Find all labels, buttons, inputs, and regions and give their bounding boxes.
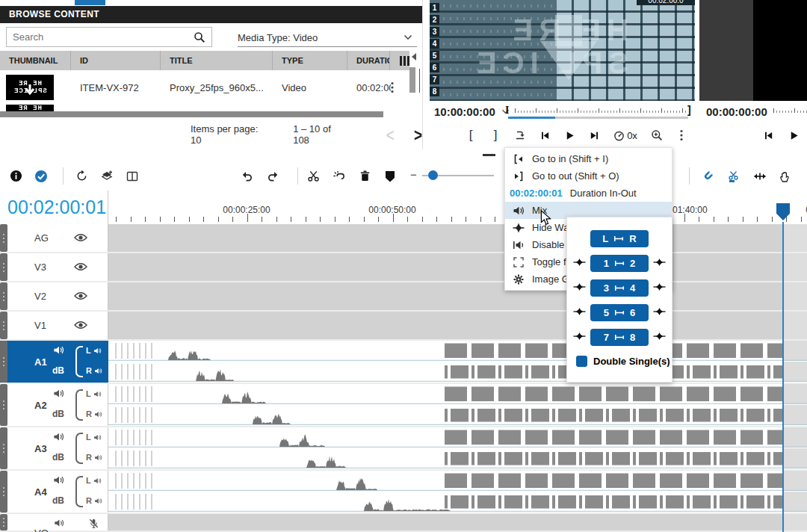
- speaker-icon[interactable]: [53, 474, 64, 486]
- reset-button[interactable]: [72, 161, 91, 191]
- scrub-in-marker[interactable]: I: [505, 105, 509, 117]
- column-header-type[interactable]: TYPE: [273, 51, 347, 70]
- column-header-id[interactable]: ID: [71, 51, 161, 70]
- mark-out-button[interactable]: ]: [486, 126, 505, 145]
- next-page-button[interactable]: >: [414, 126, 422, 143]
- track-lane[interactable]: [108, 427, 807, 469]
- track-lane[interactable]: [108, 253, 807, 281]
- track-header-a3[interactable]: A3dBLR: [0, 427, 108, 469]
- track-header-a2[interactable]: A2dBLR: [0, 384, 108, 426]
- eye-icon[interactable]: [74, 262, 87, 271]
- pair-button-3-4[interactable]: 34: [590, 279, 649, 297]
- splitter-handle[interactable]: [483, 154, 495, 156]
- db-button[interactable]: dB: [52, 365, 64, 376]
- timeline-ruler[interactable]: 00:02:00:01 00:00:25:0000:00:50:0000:01:…: [0, 191, 807, 224]
- track-header-a4[interactable]: A4dBLR: [0, 471, 108, 513]
- info-button[interactable]: [6, 161, 25, 191]
- split-view-button[interactable]: [123, 161, 142, 191]
- search-icon[interactable]: [194, 31, 205, 43]
- audio-lane-left[interactable]: [108, 384, 807, 404]
- track-drag-handle[interactable]: [0, 384, 7, 426]
- db-button[interactable]: dB: [52, 495, 64, 506]
- previous-frame-button[interactable]: [535, 126, 554, 145]
- delete-button[interactable]: [355, 161, 374, 191]
- track-drag-handle[interactable]: [0, 224, 7, 252]
- track-v2[interactable]: V2: [0, 282, 807, 310]
- source-video-viewport[interactable]: HE RE SPL ICE 12345678 00:02:00:0: [430, 0, 695, 101]
- channel-l-toggle[interactable]: L: [86, 389, 102, 398]
- channel-l-toggle[interactable]: L: [86, 476, 102, 485]
- channel-r-toggle[interactable]: R: [86, 453, 102, 462]
- vertical-scrollbar[interactable]: [409, 67, 415, 93]
- playback-speed-button[interactable]: 0x: [609, 126, 642, 145]
- double-singles-checkbox[interactable]: [576, 356, 587, 367]
- play-button[interactable]: [560, 126, 579, 145]
- track-drag-handle[interactable]: [0, 312, 7, 339]
- record-video-viewport[interactable]: [699, 0, 807, 101]
- next-frame-button[interactable]: [584, 126, 604, 145]
- speaker-icon[interactable]: [53, 344, 64, 356]
- track-a3[interactable]: A3dBLR: [0, 427, 807, 469]
- speaker-icon[interactable]: [54, 518, 64, 528]
- mark-in-button[interactable]: [: [461, 126, 480, 145]
- db-button[interactable]: dB: [52, 409, 64, 419]
- record-scrub-bar[interactable]: [773, 108, 807, 113]
- record-timecode[interactable]: 00:00:00:00: [706, 105, 767, 118]
- trim-tool-button[interactable]: [750, 161, 770, 191]
- snap-magnet-button[interactable]: [698, 161, 717, 191]
- send-to-timeline-button[interactable]: [510, 126, 530, 145]
- track-header-v1[interactable]: V1: [0, 312, 108, 339]
- track-header-v3[interactable]: V3: [0, 253, 108, 281]
- track-drag-handle[interactable]: [0, 471, 7, 513]
- track-v1[interactable]: V1: [0, 312, 807, 339]
- razor-tool-button[interactable]: [724, 161, 743, 191]
- channel-r-toggle[interactable]: R: [86, 496, 102, 505]
- media-type-dropdown[interactable]: Media Type: Video: [238, 28, 417, 47]
- track-lane[interactable]: [108, 341, 807, 383]
- prev-page-button[interactable]: <: [386, 126, 395, 143]
- track-lane[interactable]: [108, 471, 807, 513]
- audio-lane-right[interactable]: [108, 448, 807, 468]
- track-header-v2[interactable]: V2: [0, 282, 108, 310]
- menu-item-go-to-out[interactable]: Go to out (Shift + O): [505, 167, 672, 185]
- row-kebab-icon[interactable]: [391, 81, 394, 93]
- audio-lane-left[interactable]: [108, 341, 807, 361]
- track-drag-handle[interactable]: [0, 282, 7, 310]
- track-a1[interactable]: A1dBLR: [0, 341, 807, 383]
- track-lane[interactable]: [108, 224, 807, 252]
- item-thumbnail[interactable]: HE RE SPL ICE: [6, 75, 54, 100]
- track-header-a1[interactable]: A1dBLR: [0, 341, 108, 383]
- track-a2[interactable]: A2dBLR: [0, 384, 807, 426]
- play-button[interactable]: [784, 126, 803, 145]
- track-lane[interactable]: [108, 312, 807, 339]
- eye-icon[interactable]: [74, 233, 87, 242]
- track-header-ag[interactable]: AG: [0, 224, 108, 252]
- track-a4[interactable]: A4dBLR: [0, 471, 807, 513]
- column-header-thumbnail[interactable]: THUMBNAIL: [0, 51, 71, 70]
- track-header-vo[interactable]: VO: [0, 514, 108, 531]
- scrub-out-marker[interactable]: ]: [687, 104, 691, 116]
- track-drag-handle[interactable]: [0, 514, 7, 531]
- zoom-out-label[interactable]: −: [410, 168, 417, 181]
- pair-button-5-6[interactable]: 56: [590, 304, 649, 321]
- table-row-partial[interactable]: HE RE: [6, 105, 54, 111]
- playhead-marker[interactable]: [776, 203, 790, 220]
- add-marker-button[interactable]: [380, 161, 400, 191]
- undo-button[interactable]: [237, 161, 256, 191]
- playhead-line[interactable]: [782, 222, 784, 532]
- active-tab-indicator[interactable]: [75, 0, 105, 5]
- column-header-title[interactable]: TITLE: [161, 51, 273, 70]
- player-menu-kebab-icon[interactable]: [672, 126, 691, 145]
- horizontal-scrollbar[interactable]: [0, 111, 383, 117]
- track-drag-handle[interactable]: [0, 427, 7, 469]
- channel-l-toggle[interactable]: L: [86, 346, 102, 355]
- pair-button-1-2[interactable]: 12: [590, 255, 649, 272]
- track-v3[interactable]: V3: [0, 253, 807, 281]
- zoom-in-button[interactable]: [647, 126, 667, 145]
- cut-button[interactable]: [303, 161, 323, 191]
- search-input[interactable]: [7, 31, 194, 43]
- panel-splitter[interactable]: [419, 69, 420, 93]
- source-timecode[interactable]: 10:00:00:00: [434, 105, 510, 118]
- table-row[interactable]: HE RE SPL ICE ITEM-VX-972 Proxy_25fps_96…: [0, 70, 409, 105]
- source-progress-bar[interactable]: [508, 117, 688, 119]
